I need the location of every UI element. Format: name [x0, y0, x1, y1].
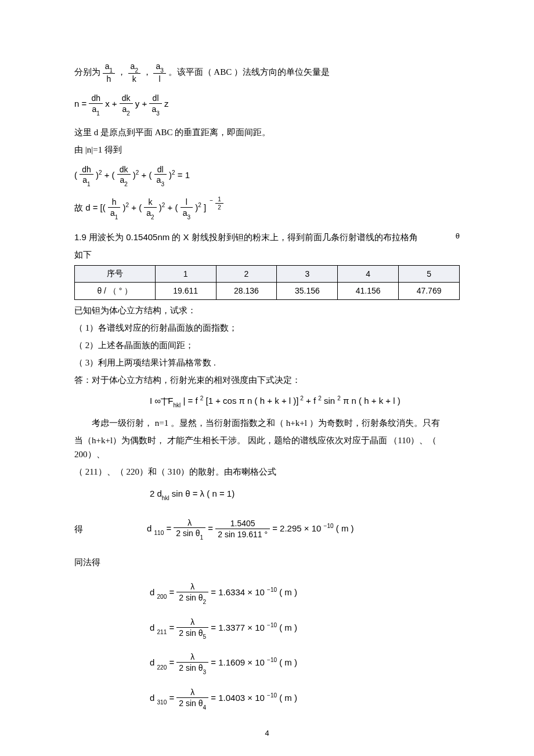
eq-d-result: 故 d = [( ha1 )2 + ( ka2 )2 + ( la3 )2 ] … [74, 197, 460, 220]
frac-a3l: a3 l [153, 62, 165, 84]
intro-line: 分别为 a1 h ， a2 k ， a3 l 。该平面（ ABC ）法线方向的单… [74, 62, 460, 84]
p10: （ 211）、（ 220）和（ 310）的散射。由布喇格公式 [74, 465, 460, 479]
p6a: （ 1）各谱线对应的衍射晶面族的面指数； [74, 321, 460, 335]
table-data-row: θ / （ ° ） 19.611 28.136 35.156 41.156 47… [75, 283, 460, 299]
eq-intensity: — I ∞ | Fhkl | = f 2 [1 + cos π n ( h + … [74, 394, 460, 409]
eq-n-vector: n = dha1 x + dka2 y + dla3 z [74, 93, 460, 116]
p6: 已知钽为体心立方结构，试求： [74, 303, 460, 317]
p11: 同法得 [74, 555, 460, 569]
problem-1-9: θ 1.9 用波长为 0.15405nm 的 X 射线投射到钽的粉末上，得到前面… [74, 230, 460, 244]
p-d-distance: 这里 d 是原点到平面 ABC 的垂直距离，即面间距。 [74, 125, 460, 139]
eq-d211: d 211 = λ2 sin θ5 = 1.3377 × 10 −10 ( m … [74, 617, 460, 640]
eq-d200: d 200 = λ2 sin θ2 = 1.6334 × 10 −10 ( m … [74, 582, 460, 605]
th-seq: 序号 [75, 265, 156, 282]
p6b: （ 2）上述各晶面族的面间距； [74, 338, 460, 352]
frac-a1h: a1 h [103, 62, 115, 84]
eq-d110: 得 d 110 = λ2 sin θ1 = 1.54052 sin 19.611… [74, 515, 460, 544]
table-header-row: 序号 1 2 3 4 5 [75, 265, 460, 282]
p8: 考虑一级衍射， n=1 。显然，当衍射面指数之和（ h+k+l ）为奇数时，衍射… [74, 416, 460, 430]
got-label: 得 [74, 522, 83, 536]
th-theta: θ / （ ° ） [75, 283, 156, 299]
eq-d220: d 220 = λ2 sin θ3 = 1.1609 × 10 −10 ( m … [74, 652, 460, 675]
t: 分别为 [74, 67, 103, 77]
eq-d310: d 310 = λ2 sin θ4 = 1.0403 × 10 −10 ( m … [74, 688, 460, 710]
p9: 当（h+k+l）为偶数时， 才能产生相长干涉。 因此，题给的谱线应依次对应于晶面… [74, 433, 460, 461]
p-rx: 如下 [74, 248, 460, 262]
page-number: 4 [74, 728, 460, 740]
theta-symbol: θ [456, 230, 460, 243]
eq-bragg: 2 dhkl sin θ = λ ( n = 1) [74, 487, 460, 502]
eq-unit-norm: ( dha1 )2 + ( dka2 )2 + ( dla3 )2 = 1 [74, 165, 460, 187]
p-n1: 由 |n|=1 得到 [74, 143, 460, 157]
p7: 答：对于体心立方结构，衍射光束的相对强度由下式决定： [74, 373, 460, 387]
bragg-table: 序号 1 2 3 4 5 θ / （ ° ） 19.611 28.136 35.… [74, 265, 460, 300]
frac-a2k: a2 k [128, 62, 140, 84]
p6c: （ 3）利用上两项结果计算晶格常数 . [74, 356, 460, 370]
